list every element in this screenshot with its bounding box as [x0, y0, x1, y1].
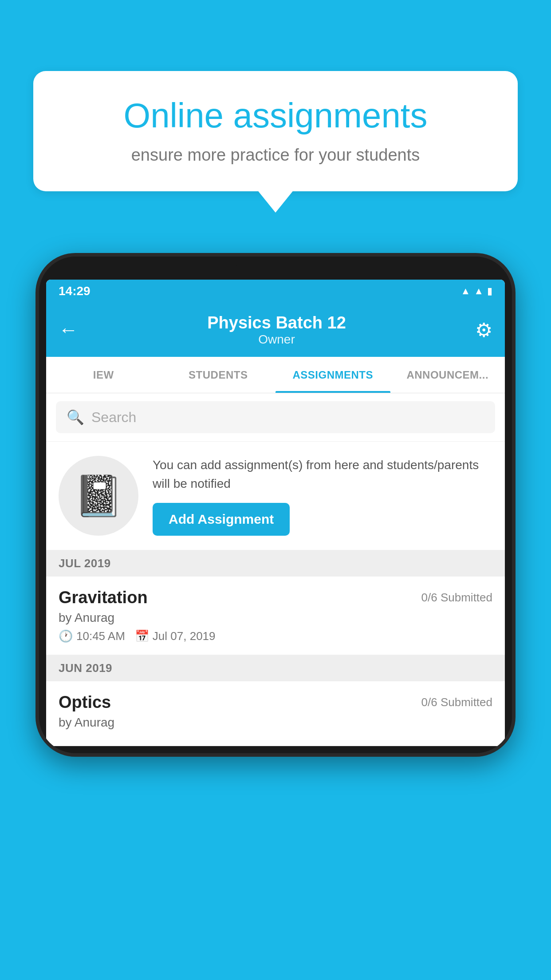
app-header: ← Physics Batch 12 Owner ⚙ [46, 303, 505, 357]
settings-icon[interactable]: ⚙ [475, 319, 492, 341]
section-header-jul: JUL 2019 [46, 550, 505, 577]
assignment-date-gravitation: 📅 Jul 07, 2019 [135, 629, 216, 643]
speech-bubble-subtitle: ensure more practice for your students [62, 146, 489, 165]
side-button-left-3 [35, 430, 39, 474]
battery-icon: ▮ [487, 285, 492, 297]
assignment-submitted-gravitation: 0/6 Submitted [421, 591, 492, 605]
clock-icon: 🕐 [59, 629, 73, 643]
assignment-item-optics[interactable]: Optics 0/6 Submitted by Anurag [46, 681, 505, 746]
speech-bubble-title: Online assignments [62, 95, 489, 136]
add-assignment-button[interactable]: Add Assignment [153, 503, 290, 536]
search-container: 🔍 Search [46, 393, 505, 442]
phone-frame: 14:29 ▲ ▲ ▮ ← Physics Batch 12 Owner ⚙ [35, 253, 516, 757]
signal-icon: ▲ [474, 285, 484, 297]
power-button [512, 354, 516, 390]
notebook-icon: 📓 [74, 473, 123, 519]
assignment-row1-optics: Optics 0/6 Submitted [59, 693, 492, 712]
tabs-bar: IEW STUDENTS ASSIGNMENTS ANNOUNCEM... [46, 357, 505, 393]
search-placeholder: Search [91, 409, 136, 426]
assignment-promo: 📓 You can add assignment(s) from here an… [46, 442, 505, 550]
section-header-jun: JUN 2019 [46, 655, 505, 681]
promo-content: You can add assignment(s) from here and … [153, 456, 492, 536]
calendar-icon: 📅 [135, 629, 149, 643]
phone-screen: 14:29 ▲ ▲ ▮ ← Physics Batch 12 Owner ⚙ [46, 280, 505, 746]
tab-iew[interactable]: IEW [46, 357, 161, 393]
tab-announcements[interactable]: ANNOUNCEM... [390, 357, 505, 393]
side-button-left-2 [35, 376, 39, 421]
assignment-by-gravitation: by Anurag [59, 611, 492, 625]
wifi-icon: ▲ [460, 285, 470, 297]
tab-students[interactable]: STUDENTS [161, 357, 276, 393]
header-title-group: Physics Batch 12 Owner [207, 313, 346, 347]
status-bar: 14:29 ▲ ▲ ▮ [46, 280, 505, 303]
promo-text: You can add assignment(s) from here and … [153, 456, 492, 493]
assignment-time-gravitation: 🕐 10:45 AM [59, 629, 125, 643]
status-icons: ▲ ▲ ▮ [460, 285, 492, 297]
assignment-meta-gravitation: 🕐 10:45 AM 📅 Jul 07, 2019 [59, 629, 492, 643]
phone-notch [236, 257, 315, 280]
assignment-by-optics: by Anurag [59, 715, 492, 730]
side-button-left-1 [35, 336, 39, 363]
search-icon: 🔍 [67, 409, 84, 426]
assignment-item-gravitation[interactable]: Gravitation 0/6 Submitted by Anurag 🕐 10… [46, 577, 505, 655]
status-time: 14:29 [59, 284, 91, 298]
assignment-submitted-optics: 0/6 Submitted [421, 695, 492, 709]
promo-icon-circle: 📓 [59, 456, 138, 536]
back-button[interactable]: ← [59, 319, 78, 341]
search-bar[interactable]: 🔍 Search [56, 401, 495, 433]
header-title: Physics Batch 12 [207, 313, 346, 332]
assignment-name-optics: Optics [59, 693, 111, 712]
assignment-name-gravitation: Gravitation [59, 588, 148, 607]
header-subtitle: Owner [207, 332, 346, 347]
assignment-row1: Gravitation 0/6 Submitted [59, 588, 492, 607]
tab-assignments[interactable]: ASSIGNMENTS [276, 357, 390, 393]
speech-bubble: Online assignments ensure more practice … [33, 71, 518, 191]
phone-container: 14:29 ▲ ▲ ▮ ← Physics Batch 12 Owner ⚙ [35, 253, 516, 757]
speech-bubble-container: Online assignments ensure more practice … [33, 71, 518, 191]
